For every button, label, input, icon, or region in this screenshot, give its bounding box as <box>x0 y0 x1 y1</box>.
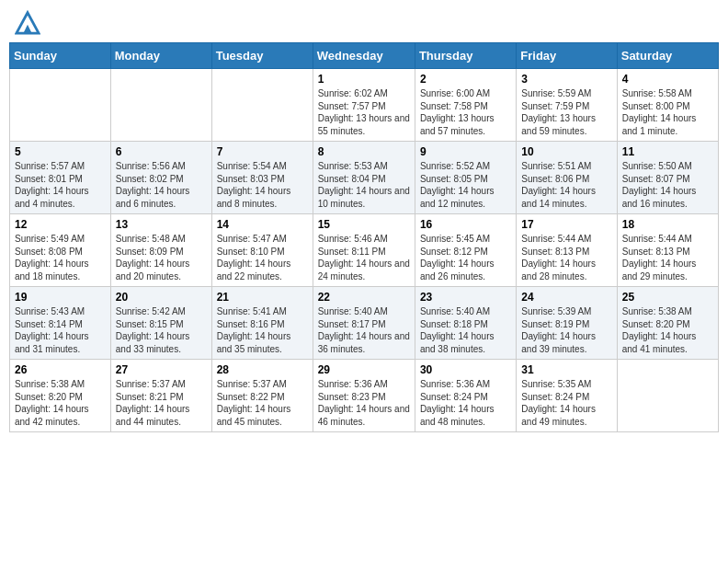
daylight-text: Daylight: 14 hours and 35 minutes. <box>217 330 308 355</box>
cell-content: Sunrise: 5:52 AMSunset: 8:05 PMDaylight:… <box>420 160 511 210</box>
sunset-text: Sunset: 8:13 PM <box>521 246 611 259</box>
calendar-cell: 6Sunrise: 5:56 AMSunset: 8:02 PMDaylight… <box>110 142 211 214</box>
cell-content: Sunrise: 5:45 AMSunset: 8:12 PMDaylight:… <box>420 233 511 282</box>
day-number: 29 <box>318 363 410 376</box>
sunrise-text: Sunrise: 5:58 AM <box>622 87 713 100</box>
sunset-text: Sunset: 8:20 PM <box>622 318 713 331</box>
daylight-text: Daylight: 14 hours and 1 minute. <box>622 112 713 137</box>
day-number: 30 <box>420 363 511 376</box>
daylight-text: Daylight: 14 hours and 29 minutes. <box>622 258 713 282</box>
daylight-text: Daylight: 14 hours and 10 minutes. <box>318 185 410 210</box>
sunset-text: Sunset: 8:03 PM <box>217 173 308 186</box>
day-number: 23 <box>420 291 511 304</box>
sunset-text: Sunset: 8:01 PM <box>15 173 106 186</box>
calendar-cell: 2Sunrise: 6:00 AMSunset: 7:58 PMDaylight… <box>415 69 516 142</box>
cell-content: Sunrise: 5:38 AMSunset: 8:20 PMDaylight:… <box>15 378 106 428</box>
sunrise-text: Sunrise: 5:38 AM <box>622 305 713 318</box>
sunset-text: Sunset: 8:12 PM <box>420 246 511 259</box>
weekday-header-tuesday: Tuesday <box>211 43 313 69</box>
daylight-text: Daylight: 14 hours and 24 minutes. <box>318 258 410 282</box>
day-number: 5 <box>15 145 106 158</box>
daylight-text: Daylight: 14 hours and 48 minutes. <box>420 403 511 428</box>
day-number: 3 <box>521 73 611 86</box>
day-number: 22 <box>318 291 410 304</box>
weekday-header-friday: Friday <box>517 43 617 69</box>
sunrise-text: Sunrise: 6:02 AM <box>318 87 410 100</box>
sunrise-text: Sunrise: 5:48 AM <box>116 233 207 246</box>
sunset-text: Sunset: 8:18 PM <box>420 318 511 331</box>
weekday-header-monday: Monday <box>110 43 211 69</box>
sunrise-text: Sunrise: 5:40 AM <box>420 305 511 318</box>
calendar-cell: 18Sunrise: 5:44 AMSunset: 8:13 PMDayligh… <box>617 214 718 287</box>
logo-icon <box>15 9 40 35</box>
calendar-cell: 24Sunrise: 5:39 AMSunset: 8:19 PMDayligh… <box>517 287 617 360</box>
sunset-text: Sunset: 7:57 PM <box>318 100 410 113</box>
weekday-header-row: SundayMondayTuesdayWednesdayThursdayFrid… <box>10 43 719 69</box>
daylight-text: Daylight: 14 hours and 41 minutes. <box>622 330 713 355</box>
daylight-text: Daylight: 14 hours and 20 minutes. <box>116 258 207 282</box>
cell-content: Sunrise: 5:48 AMSunset: 8:09 PMDaylight:… <box>116 233 207 282</box>
daylight-text: Daylight: 14 hours and 18 minutes. <box>15 258 106 282</box>
calendar-cell <box>211 69 313 142</box>
daylight-text: Daylight: 14 hours and 39 minutes. <box>521 330 611 355</box>
cell-content: Sunrise: 5:35 AMSunset: 8:24 PMDaylight:… <box>521 378 611 428</box>
day-number: 11 <box>622 145 713 158</box>
sunrise-text: Sunrise: 5:51 AM <box>521 160 611 173</box>
cell-content: Sunrise: 5:42 AMSunset: 8:15 PMDaylight:… <box>116 305 207 355</box>
day-number: 1 <box>318 73 410 86</box>
daylight-text: Daylight: 14 hours and 31 minutes. <box>15 330 106 355</box>
sunset-text: Sunset: 7:58 PM <box>420 100 511 113</box>
sunset-text: Sunset: 8:04 PM <box>318 173 410 186</box>
daylight-text: Daylight: 14 hours and 36 minutes. <box>318 330 410 355</box>
calendar-cell: 15Sunrise: 5:46 AMSunset: 8:11 PMDayligh… <box>313 214 415 287</box>
cell-content: Sunrise: 5:49 AMSunset: 8:08 PMDaylight:… <box>15 233 106 282</box>
sunset-text: Sunset: 8:11 PM <box>318 246 410 259</box>
page-header <box>9 9 719 35</box>
calendar-cell: 28Sunrise: 5:37 AMSunset: 8:22 PMDayligh… <box>211 360 313 432</box>
cell-content: Sunrise: 5:36 AMSunset: 8:23 PMDaylight:… <box>318 378 410 428</box>
day-number: 28 <box>217 363 308 376</box>
cell-content: Sunrise: 5:37 AMSunset: 8:22 PMDaylight:… <box>217 378 308 428</box>
calendar-cell: 26Sunrise: 5:38 AMSunset: 8:20 PMDayligh… <box>10 360 111 432</box>
calendar-week-row: 5Sunrise: 5:57 AMSunset: 8:01 PMDaylight… <box>10 142 719 214</box>
calendar-week-row: 1Sunrise: 6:02 AMSunset: 7:57 PMDaylight… <box>10 69 719 142</box>
daylight-text: Daylight: 14 hours and 8 minutes. <box>217 185 308 210</box>
sunrise-text: Sunrise: 5:47 AM <box>217 233 308 246</box>
daylight-text: Daylight: 14 hours and 22 minutes. <box>217 258 308 282</box>
sunset-text: Sunset: 8:19 PM <box>521 318 611 331</box>
calendar-cell: 19Sunrise: 5:43 AMSunset: 8:14 PMDayligh… <box>10 287 111 360</box>
calendar-cell: 4Sunrise: 5:58 AMSunset: 8:00 PMDaylight… <box>617 69 718 142</box>
day-number: 27 <box>116 363 207 376</box>
sunset-text: Sunset: 8:21 PM <box>116 391 207 404</box>
sunset-text: Sunset: 8:17 PM <box>318 318 410 331</box>
sunrise-text: Sunrise: 5:40 AM <box>318 305 410 318</box>
calendar-cell: 5Sunrise: 5:57 AMSunset: 8:01 PMDaylight… <box>10 142 111 214</box>
sunset-text: Sunset: 8:16 PM <box>217 318 308 331</box>
sunrise-text: Sunrise: 5:56 AM <box>116 160 207 173</box>
day-number: 6 <box>116 145 207 158</box>
cell-content: Sunrise: 5:57 AMSunset: 8:01 PMDaylight:… <box>15 160 106 210</box>
cell-content: Sunrise: 5:51 AMSunset: 8:06 PMDaylight:… <box>521 160 611 210</box>
calendar-cell: 12Sunrise: 5:49 AMSunset: 8:08 PMDayligh… <box>10 214 111 287</box>
sunrise-text: Sunrise: 5:35 AM <box>521 378 611 391</box>
daylight-text: Daylight: 14 hours and 28 minutes. <box>521 258 611 282</box>
sunset-text: Sunset: 8:24 PM <box>521 391 611 404</box>
sunrise-text: Sunrise: 5:44 AM <box>622 233 713 246</box>
sunrise-text: Sunrise: 5:54 AM <box>217 160 308 173</box>
sunset-text: Sunset: 8:10 PM <box>217 246 308 259</box>
day-number: 31 <box>521 363 611 376</box>
daylight-text: Daylight: 14 hours and 12 minutes. <box>420 185 511 210</box>
calendar-cell: 11Sunrise: 5:50 AMSunset: 8:07 PMDayligh… <box>617 142 718 214</box>
day-number: 26 <box>15 363 106 376</box>
calendar-cell <box>110 69 211 142</box>
calendar-cell: 9Sunrise: 5:52 AMSunset: 8:05 PMDaylight… <box>415 142 516 214</box>
day-number: 12 <box>15 218 106 231</box>
day-number: 10 <box>521 145 611 158</box>
day-number: 17 <box>521 218 611 231</box>
daylight-text: Daylight: 14 hours and 26 minutes. <box>420 258 511 282</box>
calendar-cell: 13Sunrise: 5:48 AMSunset: 8:09 PMDayligh… <box>110 214 211 287</box>
daylight-text: Daylight: 14 hours and 6 minutes. <box>116 185 207 210</box>
calendar-cell: 29Sunrise: 5:36 AMSunset: 8:23 PMDayligh… <box>313 360 415 432</box>
sunset-text: Sunset: 8:23 PM <box>318 391 410 404</box>
cell-content: Sunrise: 6:02 AMSunset: 7:57 PMDaylight:… <box>318 87 410 137</box>
